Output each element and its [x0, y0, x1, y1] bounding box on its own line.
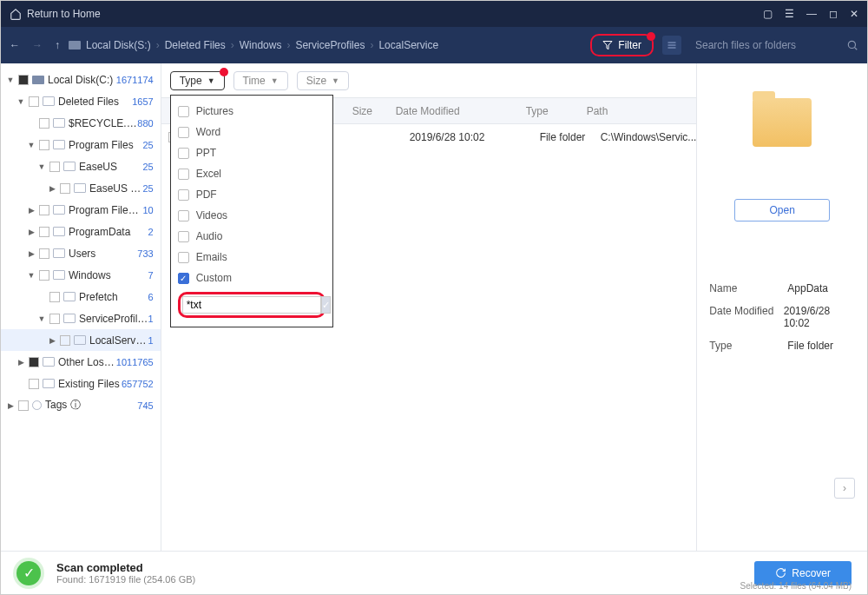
tree-checkbox[interactable] — [18, 400, 29, 411]
filter-option[interactable]: ✓Custom — [171, 268, 332, 288]
sidebar-item[interactable]: ▶Program Files (x86)10 — [1, 199, 161, 221]
tree-checkbox[interactable] — [60, 183, 70, 194]
tree-count: 7 — [148, 270, 154, 281]
option-checkbox[interactable] — [178, 210, 189, 221]
sidebar-item[interactable]: ▼Deleted Files1657 — [1, 90, 161, 112]
filter-type[interactable]: Type ▼ — [170, 71, 225, 90]
tree-toggle-icon[interactable]: ▼ — [6, 76, 15, 84]
filter-option[interactable]: Audio — [171, 226, 332, 247]
sidebar-item[interactable]: $RECYCLE.BIN880 — [1, 112, 161, 134]
tree-count: 1011765 — [116, 357, 154, 367]
filter-size[interactable]: Size▼ — [297, 71, 349, 90]
tree-toggle-icon[interactable]: ▼ — [37, 162, 46, 171]
sidebar-item[interactable]: ▶ProgramData2 — [1, 221, 161, 242]
tree-toggle-icon[interactable]: ▶ — [27, 249, 36, 258]
tree-checkbox[interactable] — [49, 292, 60, 302]
tree-toggle-icon[interactable]: ▼ — [27, 271, 36, 280]
tree-checkbox[interactable] — [39, 270, 49, 281]
list-menu-icon[interactable] — [662, 36, 681, 55]
sidebar-item[interactable]: ▼Program Files25 — [1, 134, 161, 155]
tree-toggle-icon[interactable]: ▶ — [48, 184, 56, 193]
maximize-icon[interactable]: ◻ — [829, 8, 838, 20]
option-checkbox[interactable] — [178, 127, 189, 138]
tree-checkbox[interactable] — [29, 357, 39, 367]
open-button[interactable]: Open — [734, 199, 830, 221]
filter-button[interactable]: Filter — [590, 34, 654, 56]
tree-toggle-icon[interactable]: ▶ — [16, 358, 25, 367]
option-checkbox[interactable] — [178, 189, 189, 201]
option-checkbox[interactable] — [178, 231, 189, 242]
sidebar-item[interactable]: Prefetch6 — [1, 286, 161, 307]
option-checkbox[interactable] — [178, 169, 189, 180]
close-icon[interactable]: ✕ — [850, 8, 858, 20]
filter-option[interactable]: Pictures — [171, 101, 332, 122]
search-input[interactable] — [690, 34, 838, 56]
tree-checkbox[interactable] — [39, 205, 49, 215]
menu-lines-icon[interactable]: ☰ — [785, 8, 794, 20]
tree-label: Program Files (x86) — [69, 204, 142, 216]
breadcrumb-item[interactable]: LocalService — [378, 39, 438, 51]
forward-arrow-icon[interactable]: → — [32, 39, 43, 51]
tree-checkbox[interactable] — [39, 248, 49, 259]
filter-option[interactable]: PDF — [171, 184, 332, 205]
sidebar-item[interactable]: Existing Files657752 — [1, 373, 161, 394]
breadcrumb-item[interactable]: Windows — [240, 39, 282, 51]
tree-checkbox[interactable] — [18, 75, 29, 85]
sidebar-item[interactable]: ▶EaseUS Data Recove...25 — [1, 177, 161, 199]
tree-toggle-icon[interactable]: ▼ — [27, 141, 36, 149]
tree-label: Windows — [69, 269, 148, 281]
tree-toggle-icon[interactable]: ▼ — [37, 314, 46, 323]
sidebar-item[interactable]: ▼Windows7 — [1, 264, 161, 286]
folder-icon — [63, 314, 76, 323]
apply-filter-button[interactable]: ✓ — [321, 296, 331, 314]
tree-toggle-icon[interactable]: ▼ — [16, 97, 25, 106]
filter-option[interactable]: Videos — [171, 205, 332, 226]
tree-count: 25 — [142, 162, 153, 172]
breadcrumb-item[interactable]: Deleted Files — [165, 39, 226, 51]
tree-count: 1 — [148, 335, 154, 346]
sidebar-item[interactable]: ▶Users733 — [1, 242, 161, 264]
tree-checkbox[interactable] — [60, 335, 70, 346]
breadcrumb: Local Disk(S:)› Deleted Files› Windows› … — [69, 39, 582, 51]
option-checkbox[interactable] — [178, 252, 189, 263]
tree-checkbox[interactable] — [29, 379, 39, 389]
sidebar-item[interactable]: ▶Other Lost Files1011765 — [1, 351, 161, 373]
tree-count: 1657 — [132, 96, 153, 107]
next-arrow-button[interactable]: › — [834, 478, 855, 499]
sidebar-item[interactable]: ▼EaseUS25 — [1, 155, 161, 177]
tree-toggle-icon[interactable]: ▶ — [48, 336, 56, 345]
minimize-icon[interactable]: — — [806, 8, 817, 20]
back-arrow-icon[interactable]: ← — [10, 39, 20, 51]
layout-icon[interactable]: ▢ — [763, 8, 773, 20]
filter-option[interactable]: Word — [171, 122, 332, 142]
filter-option[interactable]: Excel — [171, 163, 332, 184]
filter-option[interactable]: PPT — [171, 142, 332, 163]
custom-filter-input[interactable] — [182, 296, 321, 314]
tree-toggle-icon[interactable]: ▶ — [27, 228, 36, 236]
tree-toggle-icon[interactable]: ▶ — [6, 401, 15, 410]
sidebar-item[interactable]: ▶Tags ⓘ745 — [1, 394, 161, 416]
tree-checkbox[interactable] — [49, 162, 60, 172]
breadcrumb-item[interactable]: ServiceProfiles — [295, 39, 365, 51]
up-arrow-icon[interactable]: ↑ — [55, 39, 60, 51]
tree-label: EaseUS — [79, 161, 142, 173]
tree-count: 1671174 — [116, 75, 154, 85]
tree-checkbox[interactable] — [39, 118, 49, 129]
filter-time[interactable]: Time▼ — [233, 71, 288, 90]
sidebar-item[interactable]: ▼Local Disk(C:)1671174 — [1, 69, 161, 90]
option-checkbox[interactable]: ✓ — [178, 273, 189, 284]
filter-option[interactable]: Emails — [171, 247, 332, 268]
tree-checkbox[interactable] — [49, 314, 60, 324]
sidebar-item[interactable]: ▶LocalService1 — [1, 329, 161, 351]
option-checkbox[interactable] — [178, 106, 189, 117]
option-checkbox[interactable] — [178, 148, 189, 159]
tree-checkbox[interactable] — [29, 96, 39, 107]
tree-checkbox[interactable] — [39, 140, 49, 150]
sidebar-item[interactable]: ▼ServiceProfiles1 — [1, 307, 161, 329]
breadcrumb-item[interactable]: Local Disk(S:) — [86, 39, 151, 51]
return-home[interactable]: Return to Home — [10, 8, 763, 20]
tree-label: Other Lost Files — [58, 356, 116, 368]
tree-toggle-icon[interactable]: ▶ — [27, 206, 36, 215]
tree-checkbox[interactable] — [39, 227, 49, 237]
search-icon[interactable] — [846, 39, 858, 51]
